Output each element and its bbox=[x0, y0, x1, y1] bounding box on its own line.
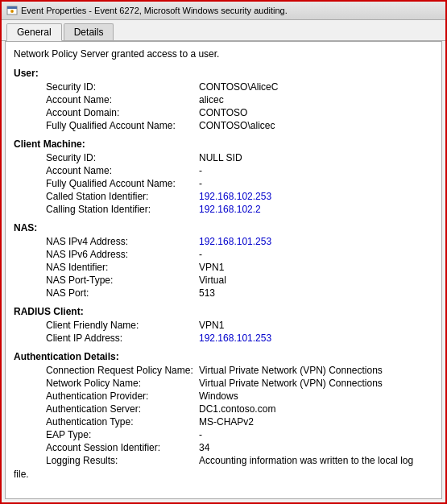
field-row: Client IP Address: 192.168.101.253 bbox=[14, 332, 433, 345]
field-row: Account Session Identifier: 34 bbox=[14, 441, 433, 454]
section-radius-label: RADIUS Client: bbox=[14, 306, 433, 317]
field-name: Fully Qualified Account Name: bbox=[46, 120, 199, 131]
field-value: Virtual Private Network (VPN) Connection… bbox=[199, 365, 433, 376]
field-row: NAS IPv6 Address: - bbox=[14, 248, 433, 261]
field-value: - bbox=[199, 429, 433, 440]
field-value: CONTOSO bbox=[199, 107, 433, 118]
field-name: NAS Identifier: bbox=[46, 262, 199, 273]
field-value: CONTOSO\alicec bbox=[199, 120, 433, 131]
field-row: NAS IPv4 Address: 192.168.101.253 bbox=[14, 235, 433, 248]
section-auth-label: Authentication Details: bbox=[14, 351, 433, 362]
field-name: Client IP Address: bbox=[46, 333, 199, 344]
tab-bar: General Details bbox=[2, 20, 445, 41]
window-title: Event Properties - Event 6272, Microsoft… bbox=[21, 6, 288, 15]
field-name: Authentication Provider: bbox=[46, 390, 199, 402]
field-value: 192.168.102.2 bbox=[199, 204, 433, 215]
field-name: Fully Qualified Account Name: bbox=[46, 178, 199, 189]
tab-details[interactable]: Details bbox=[64, 23, 114, 40]
field-value: - bbox=[199, 178, 433, 189]
field-name: Account Name: bbox=[46, 94, 199, 105]
field-value: 192.168.101.253 bbox=[199, 236, 433, 247]
field-name: Client Friendly Name: bbox=[46, 320, 199, 331]
section-user-label: User: bbox=[14, 68, 433, 79]
field-row: Fully Qualified Account Name: - bbox=[14, 177, 433, 190]
field-row: NAS Port-Type: Virtual bbox=[14, 274, 433, 287]
field-value: MS-CHAPv2 bbox=[199, 416, 433, 428]
field-name: Account Domain: bbox=[46, 107, 199, 118]
field-name: Connection Request Policy Name: bbox=[46, 365, 199, 376]
svg-text:!: ! bbox=[11, 10, 12, 14]
field-row: Fully Qualified Account Name: CONTOSO\al… bbox=[14, 119, 433, 132]
section-client-machine-label: Client Machine: bbox=[14, 138, 433, 150]
field-name: Authentication Type: bbox=[46, 416, 199, 428]
field-row: EAP Type: - bbox=[14, 428, 433, 441]
field-value: alicec bbox=[199, 94, 433, 105]
field-row: NAS Port: 513 bbox=[14, 287, 433, 300]
field-value: 34 bbox=[199, 442, 433, 453]
field-row: NAS Identifier: VPN1 bbox=[14, 261, 433, 274]
field-value: 192.168.102.253 bbox=[199, 191, 433, 202]
field-row: Account Name: - bbox=[14, 164, 433, 177]
field-name: Logging Results: bbox=[46, 455, 199, 466]
field-row: Network Policy Name: Virtual Private Net… bbox=[14, 377, 433, 390]
field-value: - bbox=[199, 249, 433, 260]
field-name: Security ID: bbox=[46, 81, 199, 93]
content-area: Network Policy Server granted access to … bbox=[5, 41, 442, 499]
field-name: Authentication Server: bbox=[46, 403, 199, 415]
event-description: Network Policy Server granted access to … bbox=[14, 48, 433, 60]
window-icon: ! bbox=[6, 5, 18, 16]
field-row: Security ID: CONTOSO\AliceC bbox=[14, 81, 433, 93]
field-value: DC1.contoso.com bbox=[199, 403, 433, 415]
field-row: Authentication Type: MS-CHAPv2 bbox=[14, 415, 433, 428]
field-row: Security ID: NULL SID bbox=[14, 151, 433, 164]
event-properties-window: ! Event Properties - Event 6272, Microso… bbox=[0, 0, 447, 504]
field-name: NAS Port: bbox=[46, 287, 199, 299]
field-value: 513 bbox=[199, 287, 433, 299]
field-name: NAS Port-Type: bbox=[46, 275, 199, 286]
tab-general[interactable]: General bbox=[6, 23, 62, 41]
field-value: Accounting information was written to th… bbox=[199, 455, 433, 466]
section-nas-label: NAS: bbox=[14, 222, 433, 233]
field-name: Account Name: bbox=[46, 165, 199, 176]
field-row: Authentication Provider: Windows bbox=[14, 390, 433, 403]
field-row: Logging Results: Accounting information … bbox=[14, 454, 433, 467]
field-name: Security ID: bbox=[46, 152, 199, 163]
field-name: Called Station Identifier: bbox=[46, 191, 199, 202]
title-bar: ! Event Properties - Event 6272, Microso… bbox=[2, 2, 445, 20]
field-name: EAP Type: bbox=[46, 429, 199, 440]
field-row: Client Friendly Name: VPN1 bbox=[14, 319, 433, 332]
field-row: Connection Request Policy Name: Virtual … bbox=[14, 364, 433, 377]
field-row: Calling Station Identifier: 192.168.102.… bbox=[14, 203, 433, 216]
field-value: - bbox=[199, 165, 433, 176]
field-value: 192.168.101.253 bbox=[199, 333, 433, 344]
field-name: Network Policy Name: bbox=[46, 378, 199, 389]
field-name: Account Session Identifier: bbox=[46, 442, 199, 453]
field-name: NAS IPv4 Address: bbox=[46, 236, 199, 247]
field-value: CONTOSO\AliceC bbox=[199, 81, 433, 93]
field-value: VPN1 bbox=[199, 320, 433, 331]
field-row: Account Domain: CONTOSO bbox=[14, 106, 433, 119]
field-value: Virtual Private Network (VPN) Connection… bbox=[199, 378, 433, 389]
field-value: VPN1 bbox=[199, 262, 433, 273]
field-name: NAS IPv6 Address: bbox=[46, 249, 199, 260]
field-row: Authentication Server: DC1.contoso.com bbox=[14, 403, 433, 415]
field-row: Account Name: alicec bbox=[14, 93, 433, 106]
bottom-note: file. bbox=[14, 467, 433, 480]
field-value: Virtual bbox=[199, 275, 433, 286]
field-row: Called Station Identifier: 192.168.102.2… bbox=[14, 190, 433, 203]
field-name: Calling Station Identifier: bbox=[46, 204, 199, 215]
field-value: Windows bbox=[199, 390, 433, 402]
field-value: NULL SID bbox=[199, 152, 433, 163]
